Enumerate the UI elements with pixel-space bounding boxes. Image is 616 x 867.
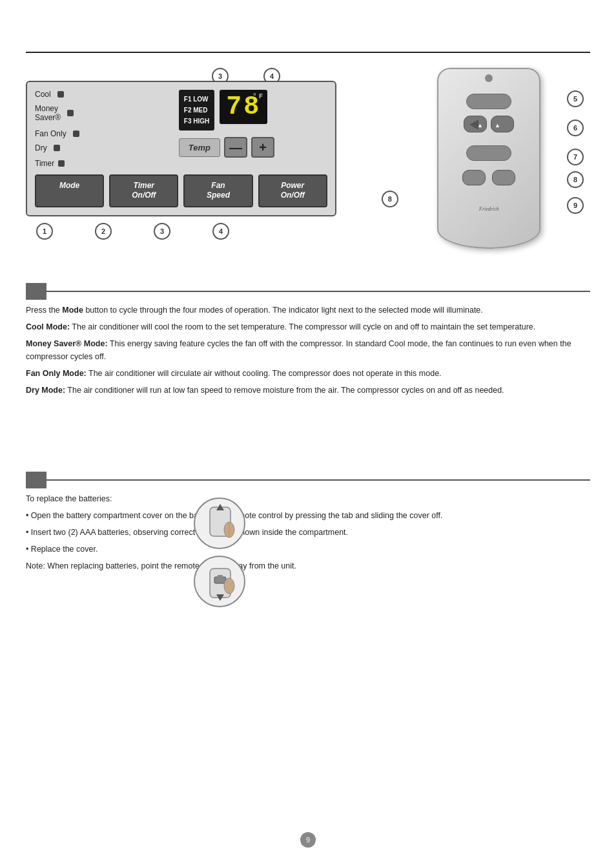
timer-onoff-button[interactable]: TimerOn/Off	[109, 174, 178, 207]
dry-mode-row: Dry	[35, 143, 119, 152]
fan-speed-button[interactable]: FanSpeed	[183, 174, 252, 207]
callout-3-bottom: 3	[154, 223, 170, 240]
callout-2-bottom: 2	[95, 223, 112, 240]
fan-speed-display: F1 LOW F2 MED F3 HIGH	[179, 90, 214, 131]
section1-para2: Cool Mode: The air conditioner will cool…	[26, 320, 590, 333]
svg-text:▲: ▲	[477, 122, 483, 129]
remote-btn-left[interactable]	[462, 170, 486, 185]
dry-indicator	[54, 145, 60, 151]
remote-control: ▲ ▲ Friedrich	[437, 68, 540, 249]
section1-text: Press the Mode button to cycle through t…	[26, 304, 590, 401]
remote-brand: Friedrich	[479, 206, 499, 212]
temp-controls: Temp — +	[179, 137, 327, 158]
svg-text:▲: ▲	[495, 122, 500, 129]
power-onoff-button[interactable]: PowerOn/Off	[258, 174, 327, 207]
bottom-callouts: 1 2 3 4	[26, 219, 336, 245]
svg-point-11	[224, 578, 234, 594]
remote-callout-5: 5	[567, 90, 584, 107]
battery-illustration-1	[194, 497, 245, 549]
section2-text: To replace the batteries: • Open the bat…	[26, 492, 590, 576]
panel-buttons: Mode TimerOn/Off FanSpeed PowerOn/Off	[35, 174, 327, 207]
remote-callout-left: 8	[382, 191, 398, 207]
remote-nav-right[interactable]: ▲	[491, 116, 514, 132]
remote-nav-left[interactable]: ▲	[464, 116, 487, 132]
money-saver-label: MoneySaver®	[35, 104, 61, 123]
remote-bottom-row	[462, 170, 515, 185]
section2-header	[26, 472, 590, 488]
section2-para5: Note: When replacing batteries, point th…	[26, 559, 590, 572]
fan-only-label: Fan Only	[35, 129, 67, 138]
remote-callout-6: 6	[567, 120, 584, 136]
remote-callout-9: 9	[567, 197, 584, 214]
mode-indicators: Cool MoneySaver® Fan Only Dry Timer	[35, 90, 119, 168]
section1-header	[26, 283, 590, 300]
remote-btn-right[interactable]	[492, 170, 515, 185]
section2-para4: • Replace the cover.	[26, 543, 590, 556]
section2-para3: • Insert two (2) AAA batteries, observin…	[26, 526, 590, 539]
top-rule	[26, 52, 590, 53]
remote-section: ▲ ▲ Friedrich 5 6 7 8	[362, 61, 590, 249]
cool-label: Cool	[35, 90, 51, 99]
cool-indicator	[57, 91, 64, 98]
timer-indicator	[58, 160, 65, 167]
section1-line	[46, 291, 590, 292]
fan-only-mode-row: Fan Only	[35, 129, 119, 138]
remote-mid-button[interactable]	[466, 145, 511, 161]
temp-unit: °F	[252, 92, 265, 100]
money-saver-mode-row: MoneySaver®	[35, 104, 119, 123]
dry-label: Dry	[35, 143, 47, 152]
section1-para4: Fan Only Mode: The air conditioner will …	[26, 367, 590, 380]
temp-display: 78 °F	[220, 90, 267, 124]
control-panel: Cool MoneySaver® Fan Only Dry Timer	[26, 81, 336, 216]
svg-rect-10	[218, 575, 223, 578]
timer-label: Timer	[35, 159, 54, 168]
remote-callout-8: 8	[567, 171, 584, 188]
battery-illustration-2	[194, 556, 245, 607]
remote-top-hole	[485, 74, 493, 82]
section2-para1: To replace the batteries:	[26, 492, 590, 505]
remote-callout-7: 7	[567, 149, 584, 165]
section1-tab	[26, 283, 46, 300]
section1-para5: Dry Mode: The air conditioner will run a…	[26, 384, 590, 397]
temp-minus-btn[interactable]: —	[224, 137, 247, 158]
fan-only-indicator	[73, 131, 79, 137]
display-area: F1 LOW F2 MED F3 HIGH 78 °F Temp — +	[179, 90, 327, 158]
mode-button[interactable]: Mode	[35, 174, 104, 207]
callout-4-bottom: 4	[212, 223, 229, 240]
svg-rect-9	[214, 577, 226, 583]
section1-para1: Press the Mode button to cycle through t…	[26, 304, 590, 317]
page-number: 9	[300, 832, 316, 848]
section1-para3: Money Saver® Mode: This energy saving fe…	[26, 337, 590, 363]
callout-1-bottom: 1	[36, 223, 53, 240]
cool-mode-row: Cool	[35, 90, 119, 99]
section2-para2: • Open the battery compartment cover on …	[26, 509, 590, 522]
timer-row: Timer	[35, 159, 119, 168]
temp-plus-btn[interactable]: +	[251, 137, 274, 158]
money-saver-indicator	[67, 110, 74, 116]
section2-line	[46, 479, 590, 481]
illustrations	[194, 497, 245, 607]
section2-tab	[26, 472, 46, 488]
remote-top-button[interactable]	[466, 94, 511, 109]
remote-nav-cluster: ▲ ▲	[464, 116, 514, 132]
temp-label-display: Temp	[179, 138, 220, 157]
